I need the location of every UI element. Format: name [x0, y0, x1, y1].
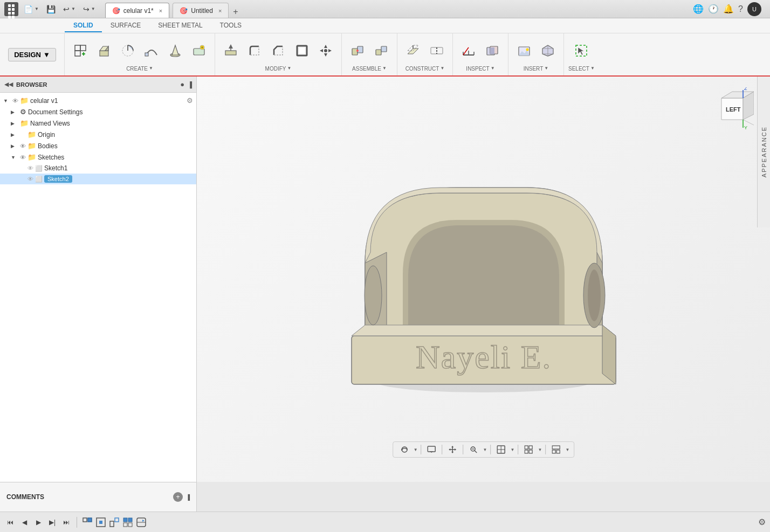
playback-prev-btn[interactable]: ◀ [18, 516, 30, 528]
sketch-grid-icon[interactable] [122, 516, 134, 528]
svg-rect-30 [376, 50, 381, 55]
modify-drop-arrow[interactable]: ▼ [287, 66, 291, 71]
select-drop-arrow[interactable]: ▼ [590, 66, 595, 71]
interference-btn[interactable] [481, 38, 504, 64]
tree-item-origin[interactable]: ▶ 👁 📁 Origin [0, 129, 196, 140]
orbit-icon[interactable] [397, 444, 411, 455]
insert-drop-arrow[interactable]: ▼ [544, 66, 548, 71]
playback-first-btn[interactable]: ⏮ [4, 516, 16, 528]
file-menu-btn[interactable]: 📄 ▼ [22, 4, 41, 15]
undo-btn[interactable]: ↩ ▼ [61, 4, 78, 15]
tree-item-root[interactable]: ▼ 👁 📁 celular v1 ⚙ [0, 95, 196, 106]
tab-active[interactable]: 🎯 celular v1* × [105, 3, 169, 18]
tab-active-close[interactable]: × [159, 8, 162, 14]
playback-next-btn[interactable]: ▶| [46, 516, 58, 528]
root-settings-icon[interactable]: ⚙ [187, 96, 193, 105]
inspect-drop-arrow[interactable]: ▼ [491, 66, 495, 71]
redo-btn[interactable]: ↪ ▼ [81, 4, 98, 15]
browser-pin-icon[interactable]: ● [180, 80, 184, 88]
sketches-eye[interactable]: 👁 [20, 154, 26, 161]
display-mode-icon[interactable] [494, 444, 508, 455]
extrude-btn[interactable] [93, 38, 115, 64]
sketch-constraint-icon[interactable] [81, 516, 93, 528]
midplane-btn[interactable] [425, 38, 448, 64]
orbit-arrow[interactable]: ▼ [414, 447, 418, 452]
sketch-profile-icon[interactable] [108, 516, 120, 528]
chrome-right: 🌐 🕐 🔔 ? U [693, 2, 766, 16]
root-eye[interactable]: 👁 [12, 98, 18, 104]
tab-sheet-metal[interactable]: SHEET METAL [149, 19, 211, 32]
undo-icon: ↩ [63, 5, 70, 13]
tab-solid[interactable]: SOLID [65, 19, 102, 32]
tab-surface[interactable]: SURFACE [102, 19, 150, 32]
midplane-icon [429, 43, 444, 58]
app-menu-icon[interactable] [4, 2, 18, 16]
insert-mesh-btn[interactable] [537, 38, 559, 64]
user-avatar[interactable]: U [747, 2, 761, 16]
tree-item-named-views[interactable]: ▶ 📁 Named Views [0, 118, 196, 129]
sweep-icon [144, 43, 159, 58]
viewport[interactable]: Nayeli E. LEF [197, 77, 770, 482]
browser-back-arrows[interactable]: ◀◀ [4, 81, 13, 88]
pan-icon[interactable] [446, 444, 460, 455]
rib-btn[interactable] [188, 38, 210, 64]
tree-item-sketches[interactable]: ▼ 👁 📁 Sketches [0, 151, 196, 163]
fillet-btn[interactable] [243, 38, 266, 64]
tab-untitled-close[interactable]: × [218, 8, 222, 14]
sweep-btn[interactable] [140, 38, 163, 64]
playback-last-btn[interactable]: ⏭ [60, 516, 72, 528]
display-mode-arrow[interactable]: ▼ [511, 447, 515, 452]
tree-item-sketch2[interactable]: ▶ 👁 ⬜ Sketch2 [0, 174, 196, 184]
grid-arrow[interactable]: ▼ [538, 447, 542, 452]
comments-add-btn[interactable]: + [173, 492, 183, 502]
shell-btn[interactable] [291, 38, 313, 64]
save-btn[interactable]: 💾 [44, 4, 58, 15]
zoom-arrow[interactable]: ▼ [483, 447, 487, 452]
svg-marker-11 [172, 45, 178, 55]
bell-icon[interactable]: 🔔 [723, 4, 734, 14]
new-tab-btn[interactable]: + [231, 6, 240, 18]
browser-collapse-icon[interactable]: ▐ [188, 81, 192, 88]
comments-collapse-btn[interactable]: ▐ [186, 494, 190, 500]
measure-btn[interactable] [457, 38, 480, 64]
move-btn[interactable] [314, 38, 337, 64]
new-component-btn[interactable] [69, 38, 92, 64]
root-folder-icon: 📁 [20, 96, 29, 105]
tab-tools[interactable]: TOOLS [211, 19, 250, 32]
revolve-btn[interactable] [116, 38, 139, 64]
playback-play-btn[interactable]: ▶ [32, 516, 44, 528]
loft-btn[interactable] [164, 38, 187, 64]
design-button[interactable]: DESIGN ▼ [8, 48, 56, 61]
insert-image-btn[interactable] [513, 38, 535, 64]
select-btn[interactable] [570, 38, 593, 64]
press-pull-btn[interactable] [219, 38, 242, 64]
appearance-panel[interactable]: APPEARANCE [757, 77, 770, 227]
construct-drop-arrow[interactable]: ▼ [440, 66, 444, 71]
tab-untitled[interactable]: 🎯 Untitled × [173, 3, 229, 18]
view-layout-arrow[interactable]: ▼ [565, 447, 569, 452]
comments-add-icon: + [176, 493, 180, 501]
offset-plane-btn[interactable] [402, 38, 424, 64]
globe-icon[interactable]: 🌐 [693, 4, 704, 14]
main-content: ◀◀ BROWSER ● ▐ ▼ 👁 📁 celular v1 ⚙ ▶ ⚙ Do… [0, 77, 770, 482]
bodies-eye[interactable]: 👁 [20, 143, 26, 149]
joint-btn[interactable] [346, 38, 369, 64]
display-icon[interactable] [425, 444, 439, 455]
sketch-toggle-icon[interactable] [135, 516, 147, 528]
settings-gear-icon[interactable]: ⚙ [758, 517, 766, 527]
assemble-drop-arrow[interactable]: ▼ [382, 66, 387, 71]
sketch-select-icon[interactable] [95, 516, 107, 528]
create-drop-arrow[interactable]: ▼ [149, 66, 153, 71]
tree-item-sketch1[interactable]: ▶ 👁 ⬜ Sketch1 [0, 163, 196, 174]
chamfer-btn[interactable] [267, 38, 290, 64]
insert-tools [513, 38, 559, 64]
help-icon[interactable]: ? [738, 4, 743, 14]
view-layout-icon[interactable] [549, 444, 563, 455]
view-cube[interactable]: LEFT Y Z [711, 87, 754, 130]
grid-icon[interactable] [521, 444, 535, 455]
tree-item-bodies[interactable]: ▶ 👁 📁 Bodies [0, 140, 196, 151]
tree-item-doc-settings[interactable]: ▶ ⚙ Document Settings [0, 106, 196, 118]
clock-icon[interactable]: 🕐 [708, 4, 719, 14]
as-built-btn[interactable] [370, 38, 393, 64]
zoom-icon[interactable] [467, 444, 481, 455]
